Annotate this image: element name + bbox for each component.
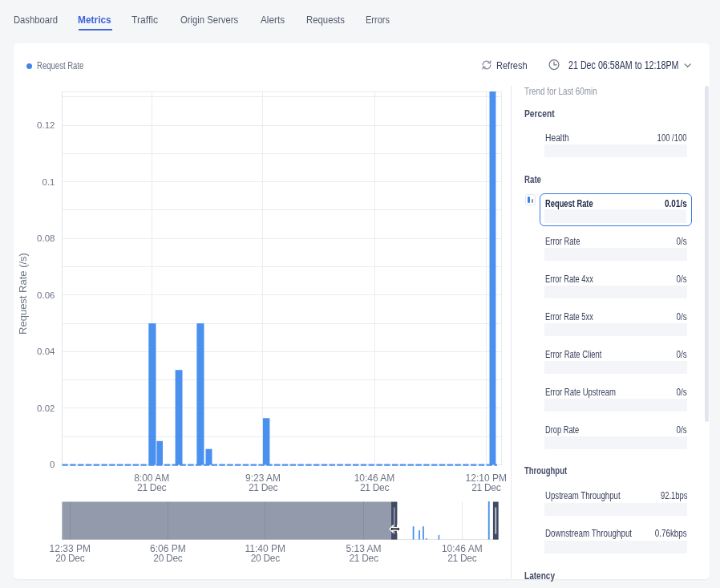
svg-text:21 Dec: 21 Dec (137, 482, 167, 493)
svg-text:21 Dec: 21 Dec (360, 482, 390, 493)
svg-text:21 Dec: 21 Dec (471, 482, 501, 493)
svg-text:21 Dec: 21 Dec (447, 553, 477, 564)
svg-text:0: 0 (50, 460, 55, 469)
svg-text:0.06: 0.06 (37, 290, 55, 300)
svg-text:0.12: 0.12 (37, 120, 55, 130)
svg-text:20 Dec: 20 Dec (55, 553, 85, 564)
svg-text:21 Dec: 21 Dec (349, 553, 378, 564)
svg-text:20 Dec: 20 Dec (153, 553, 183, 564)
svg-text:0.02: 0.02 (37, 403, 55, 413)
svg-text:0.04: 0.04 (37, 347, 55, 356)
svg-text:Request Rate (/s): Request Rate (/s) (17, 253, 29, 335)
svg-text:0.08: 0.08 (37, 233, 55, 243)
svg-text:21 Dec: 21 Dec (249, 482, 278, 493)
svg-text:0.1: 0.1 (42, 177, 55, 187)
svg-text:20 Dec: 20 Dec (251, 553, 281, 564)
